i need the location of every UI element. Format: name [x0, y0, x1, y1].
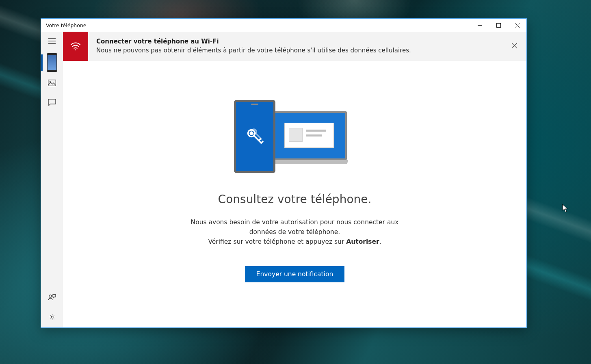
send-notification-button[interactable]: Envoyer une notification	[245, 266, 345, 282]
main-panel: Consultez votre téléphone. Nous avons be…	[63, 61, 526, 328]
gear-icon	[48, 313, 56, 323]
phone-icon	[47, 53, 57, 72]
minimize-button[interactable]	[470, 19, 489, 32]
content-area: Connecter votre téléphone au Wi-Fi Nous …	[63, 32, 526, 327]
wifi-warning-icon	[63, 32, 88, 61]
maximize-button[interactable]	[489, 19, 508, 32]
photos-icon	[48, 80, 56, 88]
close-icon	[512, 42, 517, 50]
svg-rect-1	[496, 23, 500, 27]
banner-title: Connecter votre téléphone au Wi-Fi	[96, 37, 494, 46]
svg-rect-7	[48, 80, 56, 86]
wifi-warning-banner: Connecter votre téléphone au Wi-Fi Nous …	[63, 32, 526, 61]
svg-point-11	[75, 49, 76, 50]
window-controls	[470, 19, 526, 32]
phone-laptop-illustration	[234, 100, 356, 173]
laptop-icon	[266, 111, 348, 164]
subtext-line1: Nous avons besoin de votre autorisation …	[191, 219, 399, 236]
sidebar	[41, 32, 63, 327]
subtext-line2-prefix: Vérifiez sur votre téléphone et appuyez …	[208, 238, 346, 245]
window-title: Votre téléphone	[46, 22, 87, 28]
subtext: Nous avons besoin de votre autorisation …	[181, 217, 409, 247]
phone-key-icon	[234, 100, 275, 173]
titlebar: Votre téléphone	[41, 19, 526, 32]
banner-body: Nous ne pouvons pas obtenir d'éléments à…	[96, 46, 494, 55]
sidebar-item-settings[interactable]	[41, 308, 63, 327]
banner-text: Connecter votre téléphone au Wi-Fi Nous …	[88, 32, 502, 61]
sidebar-item-messages[interactable]	[41, 93, 63, 113]
subtext-line2-bold: Autoriser	[346, 238, 379, 245]
svg-point-10	[51, 316, 53, 318]
hamburger-menu-button[interactable]	[41, 32, 63, 51]
close-button[interactable]	[508, 19, 526, 32]
svg-point-9	[49, 295, 52, 297]
sidebar-item-feedback[interactable]	[41, 288, 63, 308]
sidebar-item-photos[interactable]	[41, 74, 63, 93]
banner-close-button[interactable]	[502, 32, 526, 61]
sidebar-item-phone[interactable]	[41, 51, 63, 74]
messages-icon	[48, 99, 56, 108]
feedback-icon	[48, 293, 56, 303]
hamburger-icon	[48, 38, 56, 46]
client-area: Connecter votre téléphone au Wi-Fi Nous …	[41, 32, 526, 327]
headline: Consultez votre téléphone.	[218, 193, 372, 206]
subtext-line2-suffix: .	[379, 238, 381, 245]
app-window: Votre téléphone	[41, 18, 527, 328]
